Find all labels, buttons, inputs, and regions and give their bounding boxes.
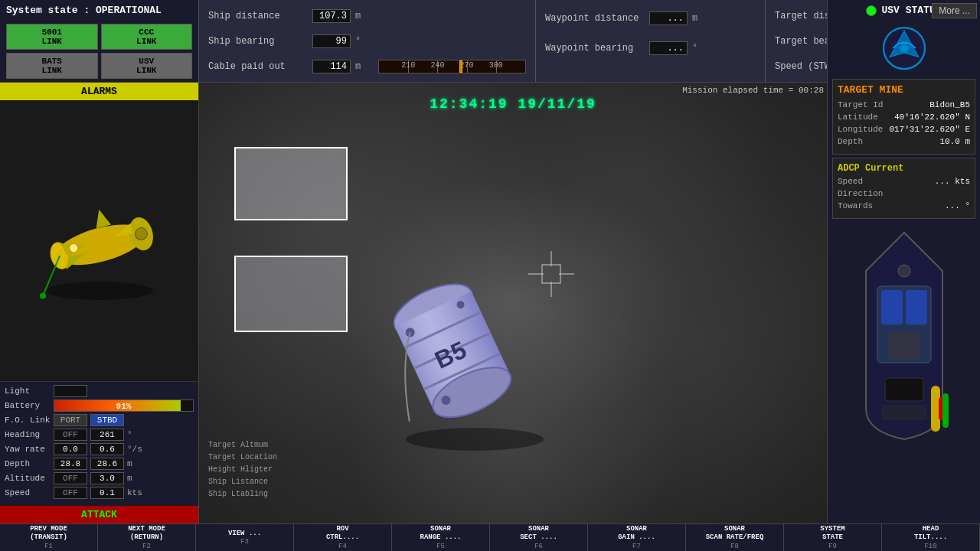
adcp-title: ADCP Current xyxy=(838,163,970,174)
f5-key[interactable]: SONARRANGE .... F5 xyxy=(392,524,490,551)
depth-label: Depth xyxy=(5,459,51,468)
target-mine-title: TARGET MINE xyxy=(838,84,970,96)
f4-label: ROVCTRL.... xyxy=(326,525,359,542)
vehicle-speed-label: Speed xyxy=(5,488,51,497)
vehicle-speed-unit: kts xyxy=(127,488,145,497)
yaw-port: 0.0 xyxy=(54,443,87,455)
f10-label: HEADTILT.... xyxy=(914,525,947,542)
altitude-label: Altitude xyxy=(5,474,51,483)
usv-status-dot xyxy=(866,5,877,16)
ship-bearing-value: 99 xyxy=(312,34,351,48)
s001-link-button[interactable]: S001LINK xyxy=(6,24,98,50)
mission-time-value: 00:28 xyxy=(799,86,824,95)
altitude-port: OFF xyxy=(54,472,87,484)
svg-point-12 xyxy=(406,428,544,451)
f6-label: SONARSECT .... xyxy=(520,525,557,542)
ship-distance-label: Ship distance xyxy=(208,11,308,21)
f1-label: PREV MODE(TRANSIT) xyxy=(30,525,67,542)
f7-key[interactable]: SONARGAIN .... F7 xyxy=(588,524,686,551)
svg-rect-40 xyxy=(942,393,949,428)
adcp-speed-value: ... kts xyxy=(935,177,970,186)
lat-value: 40°16'22.620" N xyxy=(894,112,970,122)
lon-value: 017°31'22.620" E xyxy=(889,125,970,134)
f4-key[interactable]: ROVCTRL.... F4 xyxy=(294,524,392,551)
f8-label: SONARSCAN RATE/FREQ xyxy=(706,525,764,542)
f3-label: VIEW ... xyxy=(228,530,261,538)
cable-num-240: 240 xyxy=(430,61,444,70)
bottom-bar: PREV MODE(TRANSIT) F1 NEXT MODE(RETURN) … xyxy=(0,523,980,551)
vehicle-diagram xyxy=(23,172,176,310)
f2-label: NEXT MODE(RETURN) xyxy=(128,525,165,542)
more-button[interactable]: More ... xyxy=(932,3,977,18)
adcp-speed-label: Speed xyxy=(838,177,863,186)
light-value xyxy=(54,385,87,397)
mine-depth-unit: m xyxy=(965,137,970,146)
f8-number: F8 xyxy=(730,543,739,550)
ship-distance-value: 107.3 xyxy=(312,9,351,23)
main-video: B5 xyxy=(199,83,827,523)
battery-label: Battery xyxy=(5,401,51,410)
f3-number: F3 xyxy=(240,538,249,546)
f2-number: F2 xyxy=(142,543,151,550)
depth-port: 28.8 xyxy=(54,458,87,470)
cable-paid-unit: m xyxy=(355,61,371,72)
alarms-bar[interactable]: ALARMS xyxy=(0,83,198,100)
usv-link-button[interactable]: USVLINK xyxy=(101,53,193,79)
svg-rect-32 xyxy=(881,290,903,324)
ccc-link-button[interactable]: CCCLINK xyxy=(101,24,193,50)
depth-unit: m xyxy=(127,459,145,468)
video-overlay-text: Target Altmum Target Location Height Hli… xyxy=(208,439,277,500)
f4-number: F4 xyxy=(338,543,347,550)
fo-stbd-button[interactable]: STBD xyxy=(90,414,124,426)
adcp-dir-value: ... ° xyxy=(945,201,970,210)
adcp-section: ADCP Current Speed ... kts Direction Tow… xyxy=(832,158,975,219)
f7-label: SONARGAIN .... xyxy=(618,525,655,542)
targeting-crosshair xyxy=(528,251,574,297)
cable-cursor xyxy=(459,60,462,73)
f6-number: F6 xyxy=(534,543,543,550)
waypoint-distance-label: Waypoint distance xyxy=(545,13,645,24)
cable-num-300: 300 xyxy=(489,61,503,70)
svg-point-35 xyxy=(898,265,910,277)
ship-bearing-unit: ° xyxy=(355,36,371,47)
sonar-box-bottom xyxy=(234,256,348,332)
altitude-unit: m xyxy=(127,474,145,483)
svg-rect-37 xyxy=(881,405,927,420)
f2-key[interactable]: NEXT MODE(RETURN) F2 xyxy=(98,524,196,551)
f7-number: F7 xyxy=(632,543,641,550)
yaw-label: Yaw rate xyxy=(5,445,51,454)
fo-port-button[interactable]: PORT xyxy=(54,414,87,426)
cable-num-210: 210 xyxy=(401,61,415,70)
heading-port: OFF xyxy=(54,429,87,441)
f10-key[interactable]: HEADTILT.... F10 xyxy=(882,524,980,551)
battery-text: 91% xyxy=(116,400,132,412)
light-label: Light xyxy=(5,386,51,396)
overlay-line5: Ship Ltabling xyxy=(208,488,277,500)
svg-point-9 xyxy=(39,292,47,299)
f9-key[interactable]: SYSTEMSTATE F9 xyxy=(784,524,882,551)
bats-link-button[interactable]: BATSLINK xyxy=(6,53,98,79)
cable-progress-bar: 210 240 270 300 xyxy=(378,60,526,73)
f8-key[interactable]: SONARSCAN RATE/FREQ F8 xyxy=(686,524,784,551)
f6-key[interactable]: SONARSECT .... F6 xyxy=(490,524,588,551)
vehicle-speed-port: OFF xyxy=(54,487,87,499)
video-timestamp: 12:34:19 19/11/19 xyxy=(430,96,596,112)
svg-marker-4 xyxy=(91,207,110,228)
attack-bar[interactable]: ATTACK xyxy=(0,506,198,523)
target-id-value: Bidon_B5 xyxy=(929,100,970,109)
f5-label: SONARRANGE .... xyxy=(420,525,461,542)
waypoint-bearing-unit: ° xyxy=(692,43,707,54)
overlay-line4: Ship Listance xyxy=(208,476,277,488)
f1-key[interactable]: PREV MODE(TRANSIT) F1 xyxy=(0,524,98,551)
overlay-line2: Target Location xyxy=(208,452,277,464)
overlay-line1: Target Altmum xyxy=(208,439,277,452)
heading-label: Heading xyxy=(5,430,51,439)
battery-bar: 91% xyxy=(54,399,194,412)
overlay-line3: Height Hligter xyxy=(208,464,277,476)
vehicle-3d-view xyxy=(0,100,198,382)
yaw-unit: °/s xyxy=(127,445,145,454)
fo-link-label: F.O. Link xyxy=(5,416,51,425)
f3-key[interactable]: VIEW ... F3 xyxy=(196,524,294,551)
lon-label: Longitude xyxy=(838,125,883,134)
target-mine-section: TARGET MINE Target Id Bidon_B5 Latitude … xyxy=(832,79,975,155)
